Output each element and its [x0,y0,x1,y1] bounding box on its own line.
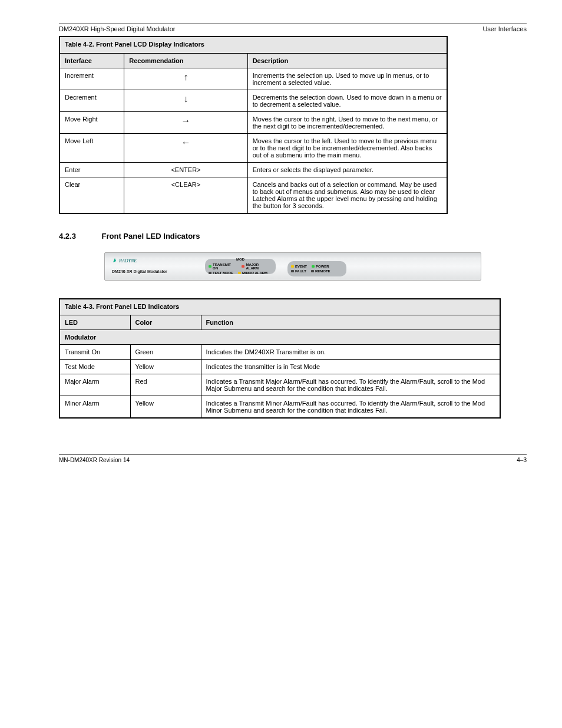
header-left: DM240XR High-Speed Digital Modulator [59,25,175,32]
cell-symbol: <ENTER> [124,162,247,177]
group-title: MOD [209,258,272,261]
table-row: Increment ↑ Increments the selection up.… [59,68,447,90]
cell-led: Minor Alarm [59,396,130,419]
led-power: POWER [312,265,329,268]
led-major-alarm: MAJOR ALARM [242,263,272,270]
cell-func: Indicates a Transmit Minor Alarm/Fault h… [201,396,500,419]
led-test-mode: TEST MODE [209,271,233,275]
led-group-status: EVENT POWER FAULT REMOTE [287,261,346,276]
cell-led: Test Mode [59,360,130,374]
cell-symbol: ← [124,133,247,162]
table-row: Transmit On Green Indicates the DM240XR … [59,345,500,360]
cell-symbol: ↑ [124,68,247,90]
table1-title: Table 4-2. Front Panel LCD Display Indic… [59,37,447,53]
cell-color: Yellow [130,396,201,419]
logo: RADYNE [112,258,137,263]
cell-desc: Decrements the selection down. Used to m… [247,90,447,111]
cell-led: Major Alarm [59,374,130,396]
led-transmit-on: TRANSMIT ON [209,263,237,270]
cell-color: Yellow [130,360,201,374]
cell-symbol: ↓ [124,90,247,111]
table-led-indicators: Table 4-3. Front Panel LED Indicators LE… [59,298,501,419]
cell-color: Red [130,374,201,396]
led-group-mod: MOD TRANSMIT ON MAJOR ALARM TEST MODE MI… [205,259,276,274]
section-heading: 4.2.3 Front Panel LED Indicators [59,232,527,241]
table2-col2: Function [201,315,500,330]
logo-icon [112,258,118,263]
cell-symbol: → [124,111,247,133]
model-label: DM240-XR Digital Modulator [112,269,167,274]
cell-interface: Clear [59,177,124,213]
table-row: Clear <CLEAR> Cancels and backs out of a… [59,177,447,213]
table-row: Minor Alarm Yellow Indicates a Transmit … [59,396,500,419]
cell-desc: Increments the selection up. Used to mov… [247,68,447,90]
table1-col2: Description [247,53,447,68]
table2-col0: LED [59,315,130,330]
led-event: EVENT [291,265,307,268]
cell-func: Indicates a Transmit Major Alarm/Fault h… [201,374,500,396]
led-minor-alarm: MINOR ALARM [238,271,267,275]
table-row: Major Alarm Red Indicates a Transmit Maj… [59,374,500,396]
cell-symbol: <CLEAR> [124,177,247,213]
table-row: Move Right → Moves the cursor to the rig… [59,111,447,133]
table-row: Move Left ← Moves the cursor to the left… [59,133,447,162]
cell-desc: Moves the cursor to the right. Used to m… [247,111,447,133]
table2-title: Table 4-3. Front Panel LED Indicators [59,299,500,315]
table2-col1: Color [130,315,201,330]
table-row: Enter <ENTER> Enters or selects the disp… [59,162,447,177]
footer-right: 4–3 [517,457,527,463]
cell-interface: Move Left [59,133,124,162]
cell-interface: Move Right [59,111,124,133]
table1-col0: Interface [59,53,124,68]
section-number: 4.2.3 [59,232,76,241]
table-row: Test Mode Yellow Indicates the transmitt… [59,360,500,374]
cell-func: Indicates the DM240XR Transmitter is on. [201,345,500,360]
cell-interface: Decrement [59,90,124,111]
table1-col1: Recommendation [124,53,247,68]
table-lcd-indicators: Table 4-2. Front Panel LCD Display Indic… [59,36,448,214]
cell-desc: Cancels and backs out of a selection or … [247,177,447,213]
cell-led: Transmit On [59,345,130,360]
led-remote: REMOTE [311,269,330,273]
header-right: User Interfaces [482,25,527,32]
device-panel-image: RADYNE DM240-XR Digital Modulator MOD TR… [104,252,481,281]
cell-desc: Enters or selects the displayed paramete… [247,162,447,177]
cell-interface: Enter [59,162,124,177]
section-title: Front Panel LED Indicators [102,232,200,241]
cell-interface: Increment [59,68,124,90]
cell-func: Indicates the transmitter is in Test Mod… [201,360,500,374]
table-row: Decrement ↓ Decrements the selection dow… [59,90,447,111]
footer-left: MN-DM240XR Revision 14 [59,457,130,463]
cell-desc: Moves the cursor to the left. Used to mo… [247,133,447,162]
led-fault: FAULT [291,269,306,273]
cell-color: Green [130,345,201,360]
table2-section: Modulator [59,330,500,345]
